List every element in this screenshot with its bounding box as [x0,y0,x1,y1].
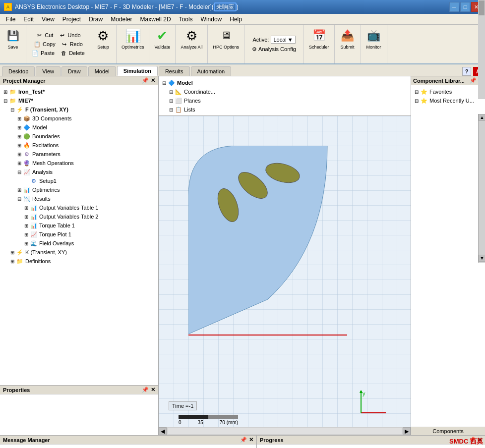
tree-item-results[interactable]: ⊟ 📉 Results [2,194,156,203]
prop-close-icon[interactable]: ✕ [151,387,155,393]
expand-output-var1[interactable]: ⊞ [23,205,30,211]
tree-item-iron-test[interactable]: ⊞ 📁 Iron_Test* [2,87,156,96]
tree-item-output-var2[interactable]: ⊞ 📊 Output Variables Table 2 [2,212,156,221]
delete-button[interactable]: 🗑 Delete [58,49,87,57]
copy-button[interactable]: 📋 Copy [31,40,58,49]
msg-scroll-thumb[interactable] [479,0,485,15]
expand-k-transient[interactable]: ⊞ [9,250,16,255]
component-library-footer[interactable]: Components [411,427,485,435]
msg-close-icon[interactable]: ✕ [249,437,253,443]
expand-optimetrics[interactable]: ⊞ [16,187,23,193]
menu-window[interactable]: Window [197,15,226,24]
validate-button[interactable]: ✔ Validate [152,27,172,51]
expand-mt-planes[interactable]: ⊟ [168,98,175,104]
right-scrollbar[interactable]: ▲ ▼ [478,114,485,263]
expand-recently-used[interactable]: ⊟ [413,98,420,104]
pm-pin-icon[interactable]: 📌 [142,77,149,84]
expand-analysis[interactable]: ⊟ [16,169,23,175]
components-tab[interactable]: Components [432,428,463,434]
setup-button[interactable]: ⚙ Setup [93,27,113,51]
expand-mt-lists[interactable]: ⊟ [168,107,175,112]
tree-item-k-transient[interactable]: ⊞ ⚡ K (Transient, XY) [2,248,156,257]
msg-scrollbar[interactable] [478,0,485,99]
hpc-button[interactable]: 🖥 HPC Options [211,27,241,51]
tree-item-analysis[interactable]: ⊟ 📈 Analysis [2,168,156,176]
expand-f-transient[interactable]: ⊟ [9,107,16,112]
tab-draw[interactable]: Draw [61,66,87,76]
menu-edit[interactable]: Edit [19,15,38,24]
help-icon[interactable]: ? [462,67,471,76]
tab-view[interactable]: View [36,66,61,76]
scheduler-button[interactable]: 📅 Scheduler [307,27,331,51]
expand-torque-table1[interactable]: ⊞ [23,223,30,228]
expand-excitations[interactable]: ⊞ [16,143,23,148]
tree-item-mesh-operations[interactable]: ⊞ 🔮 Mesh Operations [2,159,156,168]
tree-item-setup1[interactable]: ⚙ Setup1 [2,176,156,185]
redo-button[interactable]: ↪ Redo [59,40,85,49]
expand-parameters[interactable]: ⊞ [16,152,23,157]
expand-mie7[interactable]: ⊟ [2,98,9,104]
tree-item-boundaries[interactable]: ⊞ 🟢 Boundaries [2,132,156,141]
tree-item-definitions[interactable]: ⊞ 📁 Definitions [2,257,156,266]
comp-lib-favorites[interactable]: ⊟ ⭐ Favorites [413,87,483,96]
model-tree-planes[interactable]: ⊟ ⬜ Planes [161,96,409,105]
tab-simulation[interactable]: Simulation [117,66,158,76]
submit-button[interactable]: 📤 Submit [338,27,358,51]
tree-item-output-var1[interactable]: ⊞ 📊 Output Variables Table 1 [2,203,156,212]
expand-mt-model[interactable]: ⊟ [161,80,168,86]
expand-boundaries[interactable]: ⊞ [16,134,23,139]
tree-item-torque-plot1[interactable]: ⊞ 📈 Torque Plot 1 [2,230,156,239]
scrollbar-bottom[interactable]: ◀ ▶ [159,427,411,435]
menu-view[interactable]: View [38,15,59,24]
tab-desktop[interactable]: Desktop [2,66,35,76]
tree-item-mie7[interactable]: ⊟ 📁 MIE7* [2,96,156,105]
tab-automation[interactable]: Automation [191,66,232,76]
tree-item-f-transient[interactable]: ⊟ ⚡ F (Transient, XY) [2,105,156,114]
menu-project[interactable]: Project [59,15,85,24]
undo-button[interactable]: ↩ Undo [56,31,82,40]
tree-item-model[interactable]: ⊞ 🔷 Model [2,123,156,132]
comp-lib-recently-used[interactable]: ⊟ ⭐ Most Recently U... [413,96,483,105]
expand-favorites[interactable]: ⊟ [413,89,420,95]
expand-mt-coordinate[interactable]: ⊟ [168,89,175,95]
expand-field-overlays[interactable]: ⊞ [23,241,30,246]
menu-help[interactable]: Help [226,15,246,24]
expand-iron-test[interactable]: ⊞ [2,89,9,95]
tree-item-excitations[interactable]: ⊞ 🔥 Excitations [2,141,156,150]
paste-button[interactable]: 📄 Paste [29,49,57,57]
tree-item-optimetrics[interactable]: ⊞ 📊 Optimetrics [2,185,156,194]
monitor-button[interactable]: 📺 Monitor [364,27,384,51]
scroll-left-button[interactable]: ◀ [159,427,167,435]
menu-draw[interactable]: Draw [85,15,107,24]
expand-3d-components[interactable]: ⊞ [16,116,23,121]
active-dropdown[interactable]: Local ▼ [271,36,295,44]
model-tree-coordinate[interactable]: ⊟ 📐 Coordinate... [161,87,409,96]
tab-results[interactable]: Results [159,66,190,76]
tree-item-field-overlays[interactable]: ⊞ 🌊 Field Overlays [2,239,156,248]
msg-pin-icon[interactable]: 📌 [240,437,247,443]
comp-lib-pin-icon[interactable]: 📌 [470,77,477,84]
viewport[interactable]: Time =-1 0 35 70 (mm) x [159,116,411,435]
menu-maxwell2d[interactable]: Maxwell 2D [136,15,175,24]
analyze-button[interactable]: ⚙ Analyze All [179,27,204,51]
tree-item-parameters[interactable]: ⊞ ⚙ Parameters [2,150,156,159]
tree-item-3d-components[interactable]: ⊞ 📦 3D Components [2,114,156,123]
menu-modeler[interactable]: Modeler [107,15,136,24]
scroll-down-button[interactable]: ▼ [479,255,485,262]
cut-button[interactable]: ✂ Cut [33,31,55,40]
prop-pin-icon[interactable]: 📌 [142,387,149,393]
optimetrics-button[interactable]: 📊 Optimetrics [120,27,146,51]
model-tree-lists[interactable]: ⊟ 📋 Lists [161,105,409,114]
expand-definitions[interactable]: ⊞ [9,259,16,264]
expand-mesh-operations[interactable]: ⊞ [16,161,23,166]
menu-file[interactable]: File [2,15,19,24]
pm-close-icon[interactable]: ✕ [151,77,155,84]
maximize-button[interactable]: □ [460,2,470,12]
expand-results[interactable]: ⊟ [16,196,23,202]
analysis-config-button[interactable]: ⚙ Analysis Config [250,46,298,53]
menu-tools[interactable]: Tools [175,15,197,24]
tab-model[interactable]: Model [88,66,116,76]
expand-model[interactable]: ⊞ [16,125,23,130]
scroll-up-button[interactable]: ▲ [479,114,485,121]
expand-output-var2[interactable]: ⊞ [23,214,30,220]
